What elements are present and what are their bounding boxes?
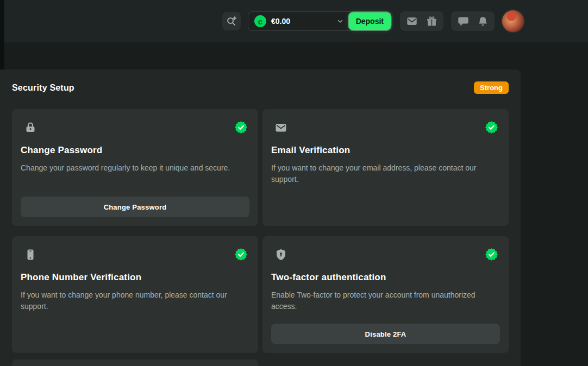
card-description: If you want to change your email address… bbox=[271, 162, 499, 185]
avatar[interactable] bbox=[501, 9, 525, 33]
mail-icon bbox=[406, 15, 418, 27]
phone-icon bbox=[24, 248, 37, 261]
page-title: Security Setup bbox=[12, 83, 74, 93]
verified-badge-icon bbox=[235, 248, 247, 261]
card-title: Email Verification bbox=[271, 145, 500, 156]
notifications-button[interactable] bbox=[474, 13, 491, 29]
security-cards-grid: Change Password Change your password reg… bbox=[12, 109, 509, 353]
chat-bell-group bbox=[451, 11, 495, 31]
search-button[interactable] bbox=[222, 12, 241, 30]
wallet-balance: €0.00 bbox=[271, 17, 290, 26]
shield-icon bbox=[274, 248, 287, 261]
card-phone-verification: Phone Number Verification If you want to… bbox=[12, 236, 258, 353]
card-email-verification: Email Verification If you want to change… bbox=[262, 109, 509, 226]
security-panel: Security Setup Strong bbox=[0, 70, 521, 366]
envelope-icon bbox=[274, 121, 287, 134]
panel-header: Security Setup Strong bbox=[12, 81, 509, 94]
card-description: If you want to change your phone number,… bbox=[21, 289, 249, 312]
card-title: Phone Number Verification bbox=[21, 272, 249, 283]
card-description: Enable Two-factor to protect your accoun… bbox=[271, 289, 499, 312]
chat-button[interactable] bbox=[454, 13, 472, 29]
card-change-password: Change Password Change your password reg… bbox=[12, 109, 258, 226]
card-title: Two-factor authentication bbox=[271, 272, 500, 283]
chevron-down-icon[interactable] bbox=[336, 17, 344, 25]
chat-icon bbox=[458, 16, 469, 27]
gift-button[interactable] bbox=[423, 13, 440, 29]
bell-icon bbox=[477, 16, 489, 27]
card-two-factor: Two-factor authentication Enable Two-fac… bbox=[262, 236, 509, 353]
sidebar-edge bbox=[0, 0, 4, 70]
strength-badge: Strong bbox=[474, 81, 509, 94]
change-password-button[interactable]: Change Password bbox=[21, 197, 249, 217]
mail-button[interactable] bbox=[403, 13, 421, 29]
disable-2fa-button[interactable]: Disable 2FA bbox=[271, 324, 500, 344]
gift-icon bbox=[426, 16, 437, 27]
topbar: c €0.00 Deposit bbox=[0, 0, 588, 42]
card-title: Change Password bbox=[21, 145, 249, 156]
coin-icon: c bbox=[254, 15, 266, 27]
lock-icon bbox=[24, 121, 37, 134]
search-icon bbox=[226, 15, 237, 27]
mail-gift-group bbox=[400, 11, 443, 31]
wallet-dropdown[interactable]: c €0.00 Deposit bbox=[248, 11, 392, 31]
deposit-button[interactable]: Deposit bbox=[349, 12, 391, 30]
verified-badge-icon bbox=[485, 121, 498, 134]
verified-badge-icon bbox=[235, 121, 247, 134]
verified-badge-icon bbox=[485, 248, 498, 261]
next-card-partial bbox=[12, 359, 258, 366]
card-description: Change your password regularly to keep i… bbox=[21, 162, 249, 174]
